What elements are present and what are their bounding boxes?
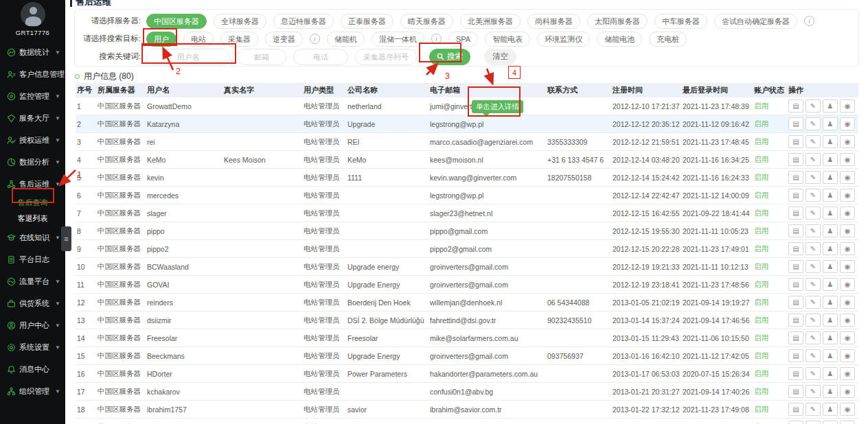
edit-icon[interactable]: ✎ [806, 367, 821, 380]
reset-password-icon[interactable]: ♟ [823, 314, 838, 327]
device-list-icon[interactable]: ▤ [788, 242, 803, 255]
edit-icon[interactable]: ✎ [806, 242, 821, 255]
sidebar-subitem-售后查询[interactable]: 售后查询 [0, 195, 65, 211]
sidebar-item-流量平台[interactable]: 流量平台▼ [0, 270, 65, 292]
target-pill-储能机[interactable]: 储能机 [327, 32, 365, 47]
sidebar-item-消息中心[interactable]: 消息中心 [0, 358, 65, 380]
device-list-icon[interactable]: ▤ [788, 171, 803, 184]
username-input[interactable] [146, 49, 230, 65]
device-list-icon[interactable]: ▤ [788, 135, 803, 148]
search-button[interactable]: 搜索 [429, 49, 470, 65]
device-list-icon[interactable]: ▤ [788, 296, 803, 309]
edit-icon[interactable]: ✎ [806, 296, 821, 309]
sidebar-item-在线知识[interactable]: 在线知识▼ [0, 226, 65, 248]
edit-icon[interactable]: ✎ [806, 403, 821, 416]
table-row[interactable]: 16中国区服务器HDorter电站管理员Power Parametershaka… [76, 365, 858, 383]
table-row[interactable]: 15中国区服务器Beeckmans电站管理员Upgrade Energygroi… [76, 347, 858, 365]
target-pill-储能电池[interactable]: 储能电池 [597, 32, 642, 47]
sidebar-item-售后运维[interactable]: 售后运维▼ [0, 173, 65, 195]
server-pill-晴天服务器[interactable]: 晴天服务器 [400, 14, 453, 29]
email-input[interactable] [237, 49, 286, 65]
sidebar-item-数据统计[interactable]: 数据统计▼ [0, 41, 65, 63]
device-list-icon[interactable]: ▤ [788, 421, 803, 424]
server-pill-中车服务器[interactable]: 中车服务器 [654, 14, 707, 29]
server-pill-太阳雨服务器[interactable]: 太阳雨服务器 [587, 14, 648, 29]
edit-icon[interactable]: ✎ [806, 260, 821, 273]
info-icon[interactable]: i [804, 16, 814, 26]
device-list-icon[interactable]: ▤ [788, 207, 803, 220]
sidebar-item-组织管理[interactable]: 组织管理▼ [0, 380, 65, 402]
reset-password-icon[interactable]: ♟ [823, 207, 838, 220]
table-row[interactable]: 3中国区服务器rei电站管理员REImarco.casadio@agenziar… [76, 133, 858, 151]
table-row[interactable]: 17中国区服务器kchakarov电站管理员confusi0n1@abv.bg2… [76, 383, 858, 401]
view-icon[interactable]: ◉ [840, 331, 855, 344]
reset-password-icon[interactable]: ♟ [823, 278, 838, 291]
view-icon[interactable]: ◉ [840, 207, 855, 220]
view-icon[interactable]: ◉ [840, 224, 855, 237]
table-row[interactable]: 14中国区服务器Freesolar电站管理员Freesolarmike@sola… [76, 329, 858, 347]
sidebar-item-平台日志[interactable]: 平台日志 [0, 248, 65, 270]
reset-password-icon[interactable]: ♟ [823, 171, 838, 184]
view-icon[interactable]: ◉ [840, 403, 855, 416]
edit-icon[interactable]: ✎ [806, 189, 821, 202]
edit-icon[interactable]: ✎ [806, 385, 821, 398]
table-row[interactable]: 12中国区服务器reinders电站管理员Boerderij Den Hoekw… [76, 294, 858, 311]
reset-password-icon[interactable]: ♟ [823, 385, 838, 398]
edit-icon[interactable]: ✎ [806, 421, 821, 424]
view-icon[interactable]: ◉ [840, 385, 855, 398]
target-pill-SPA[interactable]: SPA [448, 32, 478, 47]
device-list-icon[interactable]: ▤ [788, 117, 803, 130]
table-row[interactable]: 4中国区服务器KeMoKees Moison电站管理员KeMokees@mois… [76, 151, 858, 169]
server-pill-尚科服务器[interactable]: 尚科服务器 [527, 14, 580, 29]
reset-password-icon[interactable]: ♟ [823, 349, 838, 362]
view-icon[interactable]: ◉ [840, 314, 855, 327]
view-icon[interactable]: ◉ [840, 99, 855, 113]
view-icon[interactable]: ◉ [840, 117, 855, 130]
view-icon[interactable]: ◉ [840, 171, 855, 184]
device-list-icon[interactable]: ▤ [788, 314, 803, 327]
view-icon[interactable]: ◉ [840, 296, 855, 309]
sidebar-item-监控管理[interactable]: 监控管理▼ [0, 85, 65, 107]
server-pill-尝试自动确定服务器[interactable]: 尝试自动确定服务器 [714, 14, 797, 29]
sidebar-subitem-客退列表[interactable]: 客退列表 [0, 211, 65, 226]
device-list-icon[interactable]: ▤ [788, 260, 803, 273]
target-pill-逆变器[interactable]: 逆变器 [265, 32, 303, 47]
edit-icon[interactable]: ✎ [806, 171, 821, 184]
view-icon[interactable]: ◉ [840, 421, 855, 424]
edit-icon[interactable]: ✎ [806, 331, 821, 344]
table-row[interactable]: 7中国区服务器slager电站管理员slager23@hetnet.nl2012… [76, 204, 858, 222]
sidebar-item-用户中心[interactable]: 用户中心▼ [0, 314, 65, 336]
device-list-icon[interactable]: ▤ [788, 189, 803, 202]
edit-icon[interactable]: ✎ [806, 207, 821, 220]
table-row[interactable]: 19中国区服务器martendriesser电站管理员oskomeramhdri… [76, 419, 858, 424]
edit-icon[interactable]: ✎ [806, 135, 821, 148]
sidebar-collapse-handle[interactable]: ≡ [61, 226, 71, 251]
table-row[interactable]: 18中国区服务器ibrahim1757电站管理员savioribrahim@sa… [76, 401, 858, 419]
reset-password-icon[interactable]: ♟ [823, 421, 838, 424]
server-pill-北美洲服务器[interactable]: 北美洲服务器 [460, 14, 521, 29]
table-row[interactable]: 8中国区服务器pippo电站管理员pippo@gmail.com2012-12-… [76, 222, 858, 240]
device-list-icon[interactable]: ▤ [788, 349, 803, 362]
reset-password-icon[interactable]: ♟ [823, 331, 838, 344]
device-list-icon[interactable]: ▤ [788, 153, 803, 166]
device-list-icon[interactable]: ▤ [788, 331, 803, 344]
sidebar-item-供货系统[interactable]: 供货系统▼ [0, 292, 65, 314]
sidebar-item-服务大厅[interactable]: 服务大厅▼ [0, 107, 65, 129]
table-row[interactable]: 5中国区服务器kevin电站管理员1111kevin.wang@ginverte… [76, 169, 858, 187]
target-pill-用户[interactable]: 用户 [146, 32, 176, 47]
edit-icon[interactable]: ✎ [806, 117, 821, 130]
server-pill-全球服务器[interactable]: 全球服务器 [214, 14, 266, 29]
target-pill-混储一体机[interactable]: 混储一体机 [372, 32, 424, 47]
device-list-icon[interactable]: ▤ [788, 403, 803, 416]
target-pill-充电桩[interactable]: 充电桩 [649, 32, 687, 47]
edit-icon[interactable]: ✎ [806, 314, 821, 327]
info-icon[interactable]: i [310, 34, 320, 44]
edit-icon[interactable]: ✎ [806, 99, 821, 113]
device-list-icon[interactable]: ▤ [788, 367, 803, 380]
reset-password-icon[interactable]: ♟ [823, 117, 838, 130]
sidebar-item-系统设置[interactable]: 系统设置▼ [0, 336, 65, 358]
edit-icon[interactable]: ✎ [806, 224, 821, 237]
view-icon[interactable]: ◉ [840, 153, 855, 166]
target-pill-智能电表[interactable]: 智能电表 [485, 32, 530, 47]
view-icon[interactable]: ◉ [840, 260, 855, 273]
